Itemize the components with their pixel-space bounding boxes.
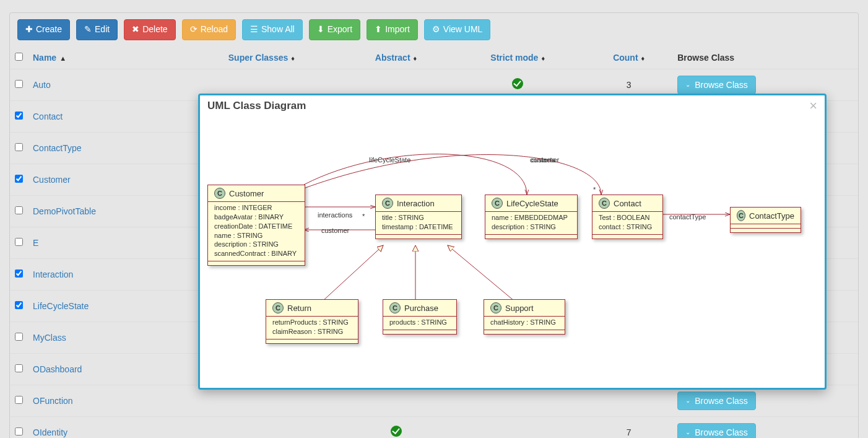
download-icon: ⬇ [317, 24, 324, 36]
svg-text:lifeCycleState: lifeCycleState [369, 156, 410, 164]
browse-class-button[interactable]: ⌄Browse Class [677, 392, 756, 410]
reload-button[interactable]: ⟳Reload [182, 19, 236, 40]
col-count[interactable]: Count ♦ [613, 53, 644, 63]
create-button[interactable]: ✚Create [17, 19, 70, 40]
row-checkbox[interactable] [15, 112, 23, 120]
check-icon [512, 78, 523, 89]
select-all-checkbox[interactable] [15, 53, 23, 61]
svg-text:contactType: contactType [669, 213, 706, 221]
class-badge-icon: C [492, 198, 503, 209]
uml-attr: description : STRING [214, 240, 298, 249]
row-checkbox[interactable] [15, 396, 23, 404]
svg-text:*: * [593, 186, 596, 193]
check-icon [391, 426, 402, 437]
row-checkbox[interactable] [15, 427, 23, 436]
class-badge-icon: C [737, 210, 745, 221]
class-link[interactable]: Auto [33, 80, 51, 90]
toolbar: ✚Create ✎Edit ✖Delete ⟳Reload ☰Show All … [10, 13, 858, 46]
class-link[interactable]: OIdentity [33, 427, 67, 437]
uml-class-lifecyclestate[interactable]: CLifeCycleState name : EMBEDDEDMAPdescri… [485, 195, 578, 239]
row-checkbox[interactable] [15, 175, 23, 183]
uml-class-return[interactable]: CReturn returnProducts : STRINGclaimReas… [266, 299, 358, 344]
edit-icon: ✎ [84, 24, 92, 36]
svg-text:contacts: contacts [530, 156, 555, 164]
svg-text:customer: customer [321, 227, 350, 234]
uml-class-name: Support [505, 304, 534, 313]
class-badge-icon: C [272, 302, 284, 313]
edit-button[interactable]: ✎Edit [76, 19, 118, 40]
class-link[interactable]: Customer [33, 175, 71, 185]
class-link[interactable]: E [33, 238, 38, 248]
col-name[interactable]: Name ▲ [33, 53, 66, 63]
export-button[interactable]: ⬇Export [309, 19, 360, 40]
count-cell: 7 [585, 416, 672, 438]
uml-canvas[interactable]: lifeCycleState contacts customer * inter… [205, 115, 820, 382]
uml-attr: claimReason : STRING [272, 327, 352, 336]
uml-attr: name : STRING [214, 231, 298, 240]
row-checkbox[interactable] [15, 80, 23, 88]
class-link[interactable]: Interaction [33, 269, 73, 279]
uml-class-name: Customer [229, 189, 264, 198]
col-browse: Browse Class [677, 53, 734, 63]
uml-attr: Test : BOOLEAN [599, 213, 656, 222]
uml-class-name: Contact [614, 199, 641, 208]
uml-class-name: Purchase [404, 304, 438, 313]
uml-attr: description : STRING [492, 222, 571, 232]
uml-attr: income : INTEGER [214, 203, 298, 212]
delete-button[interactable]: ✖Delete [124, 19, 175, 40]
import-button[interactable]: ⬆Import [367, 19, 418, 40]
col-abstract[interactable]: Abstract ♦ [375, 53, 417, 63]
uml-attr: name : EMBEDDEDMAP [492, 213, 571, 222]
uml-attr: contact : STRING [599, 222, 656, 232]
col-strict[interactable]: Strict mode ♦ [490, 53, 545, 63]
browse-class-button[interactable]: ⌄Browse Class [677, 423, 756, 438]
class-badge-icon: C [382, 198, 393, 209]
class-link[interactable]: MyClass [33, 333, 66, 343]
abstract-cell [342, 416, 450, 438]
class-link[interactable]: DemoPivotTable [33, 206, 96, 216]
reload-icon: ⟳ [190, 24, 197, 36]
svg-text:interactions: interactions [318, 211, 353, 219]
view-uml-button[interactable]: ⚙View UML [424, 19, 491, 40]
close-icon[interactable]: × [809, 99, 817, 113]
chevron-down-icon: ⌄ [685, 81, 690, 88]
modal-title: UML Class Diagram [207, 100, 306, 112]
class-link[interactable]: LifeCycleState [33, 301, 89, 311]
uml-attr: title : STRING [382, 213, 455, 222]
row-checkbox[interactable] [15, 206, 23, 214]
uml-class-purchase[interactable]: CPurchase products : STRING [383, 299, 457, 335]
plus-icon: ✚ [25, 24, 33, 36]
row-checkbox[interactable] [15, 238, 23, 246]
class-badge-icon: C [214, 188, 225, 199]
row-checkbox[interactable] [15, 333, 23, 341]
row-checkbox[interactable] [15, 143, 23, 151]
uml-class-contact[interactable]: CContact Test : BOOLEANcontact : STRING [592, 195, 663, 239]
uml-class-contacttype[interactable]: CContactType [730, 207, 801, 233]
row-checkbox[interactable] [15, 269, 23, 278]
col-super[interactable]: Super Classes ♦ [228, 53, 295, 63]
class-link[interactable]: Contact [33, 112, 63, 121]
upload-icon: ⬆ [375, 24, 382, 36]
uml-class-customer[interactable]: CCustomer income : INTEGERbadgeAvatar : … [207, 185, 305, 266]
uml-class-support[interactable]: CSupport chatHistory : STRING [484, 299, 565, 335]
uml-class-name: ContactType [749, 211, 794, 221]
class-link[interactable]: OFunction [33, 396, 73, 406]
list-icon: ☰ [250, 24, 258, 36]
class-link[interactable]: ODashboard [33, 364, 82, 374]
row-checkbox[interactable] [15, 301, 23, 309]
uml-class-name: Interaction [397, 199, 435, 208]
sort-icon: ♦ [539, 55, 545, 62]
class-link[interactable]: ContactType [33, 143, 82, 153]
uml-attr: returnProducts : STRING [272, 318, 352, 327]
class-badge-icon: C [389, 302, 401, 313]
uml-attr: badgeAvatar : BINARY [214, 212, 298, 222]
super-cell [181, 416, 342, 438]
uml-class-name: Return [287, 304, 311, 313]
uml-attr: chatHistory : STRING [490, 318, 558, 327]
row-checkbox[interactable] [15, 364, 23, 372]
uml-attr: timestamp : DATETIME [382, 222, 455, 232]
browse-class-button[interactable]: ⌄Browse Class [677, 76, 756, 94]
uml-class-interaction[interactable]: CInteraction title : STRINGtimestamp : D… [375, 195, 462, 239]
show-all-button[interactable]: ☰Show All [242, 19, 303, 40]
class-badge-icon: C [599, 198, 610, 209]
